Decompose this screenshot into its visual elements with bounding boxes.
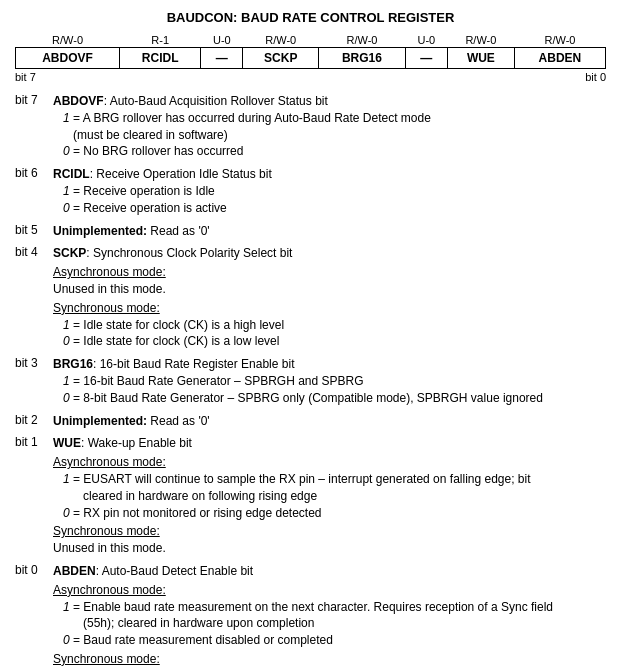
bit-number-label: bit 2: [15, 413, 53, 427]
bit-desc-text: : Wake-up Enable bit: [81, 436, 192, 450]
bit-name: SCKP: [53, 246, 86, 260]
bit-value-line: (must be cleared in software): [73, 127, 606, 144]
register-table: R/W-0R-1U-0R/W-0R/W-0U-0R/W-0R/W-0 ABDOV…: [15, 33, 606, 69]
bit-number-label: bit 4: [15, 245, 53, 259]
content: bit 7ABDOVF: Auto-Baud Acquisition Rollo…: [15, 93, 606, 667]
page-title: BAUDCON: BAUD RATE CONTROL REGISTER: [15, 10, 606, 25]
register-col-header: U-0: [201, 33, 243, 48]
mode-line: 1 = Idle state for clock (CK) is a high …: [63, 317, 606, 334]
register-col-header: R/W-0: [16, 33, 120, 48]
bit-value-line: 0 = Receive operation is active: [63, 200, 606, 217]
bit-name: Unimplemented:: [53, 414, 147, 428]
bit-number-label: bit 5: [15, 223, 53, 237]
bit-desc-text: Read as '0': [147, 224, 210, 238]
bit-description: ABDEN: Auto-Baud Detect Enable bitAsynch…: [53, 563, 606, 667]
bit-entry: bit 2Unimplemented: Read as '0': [15, 413, 606, 430]
bit-description: Unimplemented: Read as '0': [53, 413, 606, 430]
register-col-header: R/W-0: [514, 33, 605, 48]
bit-name: WUE: [53, 436, 81, 450]
mode-label: Synchronous mode:: [53, 300, 606, 317]
bit-name: RCIDL: [53, 167, 90, 181]
bit-number-label: bit 7: [15, 93, 53, 107]
bit-value-line: 1 = Receive operation is Idle: [63, 183, 606, 200]
bit-desc-text: : Receive Operation Idle Status bit: [90, 167, 272, 181]
register-col-header: R/W-0: [447, 33, 514, 48]
mode-line: Unused in this mode.: [53, 540, 606, 557]
bit-entry: bit 4SCKP: Synchronous Clock Polarity Se…: [15, 245, 606, 350]
register-col-header: U-0: [405, 33, 447, 48]
mode-line: cleared in hardware on following rising …: [83, 488, 606, 505]
register-cell: ABDEN: [514, 48, 605, 69]
register-cell: ABDOVF: [16, 48, 120, 69]
bit-entry: bit 7ABDOVF: Auto-Baud Acquisition Rollo…: [15, 93, 606, 160]
bit-desc-text: : Auto-Baud Detect Enable bit: [96, 564, 253, 578]
bit-entry: bit 6RCIDL: Receive Operation Idle Statu…: [15, 166, 606, 216]
mode-label: Synchronous mode:: [53, 523, 606, 540]
register-cell: —: [405, 48, 447, 69]
bit-number-label: bit 6: [15, 166, 53, 180]
mode-line: 0 = RX pin not monitored or rising edge …: [63, 505, 606, 522]
mode-label: Asynchronous mode:: [53, 264, 606, 281]
bit-desc-text: : Synchronous Clock Polarity Select bit: [86, 246, 292, 260]
bit-right: bit 0: [585, 71, 606, 83]
bit-labels: bit 7 bit 0: [15, 71, 606, 83]
bit-desc-text: : Auto-Baud Acquisition Rollover Status …: [104, 94, 328, 108]
mode-line: 1 = Enable baud rate measurement on the …: [63, 599, 606, 616]
register-cell: RCIDL: [120, 48, 201, 69]
bit-number-label: bit 0: [15, 563, 53, 577]
bit-left: bit 7: [15, 71, 36, 83]
register-cell: BRG16: [319, 48, 406, 69]
bit-description: ABDOVF: Auto-Baud Acquisition Rollover S…: [53, 93, 606, 160]
mode-line: Unused in this mode.: [53, 281, 606, 298]
bit-entry: bit 3BRG16: 16-bit Baud Rate Register En…: [15, 356, 606, 406]
register-cell: WUE: [447, 48, 514, 69]
bit-value-line: 1 = A BRG rollover has occurred during A…: [63, 110, 606, 127]
register-col-header: R/W-0: [243, 33, 319, 48]
bit-desc-text: Read as '0': [147, 414, 210, 428]
bit-description: Unimplemented: Read as '0': [53, 223, 606, 240]
mode-label: Asynchronous mode:: [53, 582, 606, 599]
bit-number-label: bit 3: [15, 356, 53, 370]
bit-name: ABDEN: [53, 564, 96, 578]
bit-desc-text: : 16-bit Baud Rate Register Enable bit: [93, 357, 294, 371]
bit-name: ABDOVF: [53, 94, 104, 108]
bit-entry: bit 0ABDEN: Auto-Baud Detect Enable bitA…: [15, 563, 606, 667]
bit-description: RCIDL: Receive Operation Idle Status bit…: [53, 166, 606, 216]
bit-value-line: 0 = No BRG rollover has occurred: [63, 143, 606, 160]
mode-label: Asynchronous mode:: [53, 454, 606, 471]
mode-line: 0 = Baud rate measurement disabled or co…: [63, 632, 606, 649]
register-cell: —: [201, 48, 243, 69]
bit-entry: bit 1WUE: Wake-up Enable bitAsynchronous…: [15, 435, 606, 557]
mode-line: 0 = Idle state for clock (CK) is a low l…: [63, 333, 606, 350]
bit-description: WUE: Wake-up Enable bitAsynchronous mode…: [53, 435, 606, 557]
register-col-header: R/W-0: [319, 33, 406, 48]
bit-name: Unimplemented:: [53, 224, 147, 238]
bit-number-label: bit 1: [15, 435, 53, 449]
bit-entry: bit 5Unimplemented: Read as '0': [15, 223, 606, 240]
register-cell: SCKP: [243, 48, 319, 69]
bit-value-line: 0 = 8-bit Baud Rate Generator – SPBRG on…: [63, 390, 606, 407]
mode-line: (55h); cleared in hardware upon completi…: [83, 615, 606, 632]
bit-value-line: 1 = 16-bit Baud Rate Generator – SPBRGH …: [63, 373, 606, 390]
bit-description: SCKP: Synchronous Clock Polarity Select …: [53, 245, 606, 350]
register-col-header: R-1: [120, 33, 201, 48]
mode-line: 1 = EUSART will continue to sample the R…: [63, 471, 606, 488]
mode-label: Synchronous mode:: [53, 651, 606, 667]
bit-description: BRG16: 16-bit Baud Rate Register Enable …: [53, 356, 606, 406]
bit-name: BRG16: [53, 357, 93, 371]
